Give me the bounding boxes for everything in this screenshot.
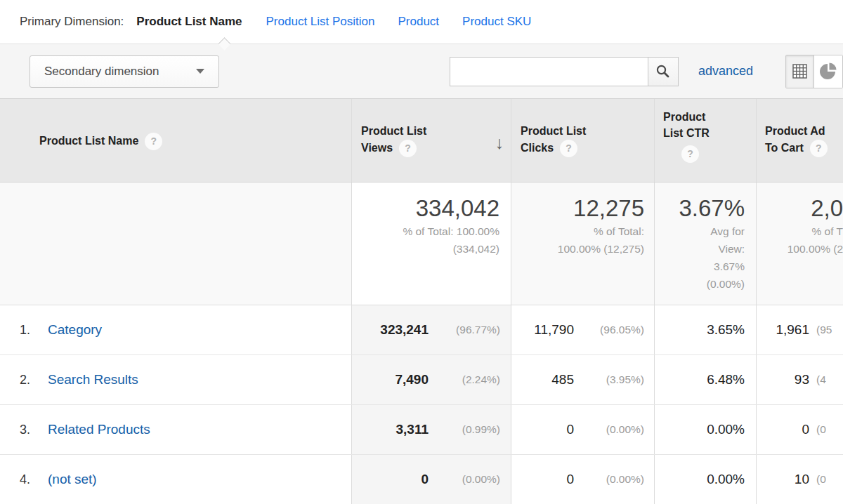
column-header-product-list-views[interactable]: Product List Views? ↓ <box>351 99 511 182</box>
clicks-cell: 0 (0.00%) <box>511 455 654 504</box>
column-header-product-list-name[interactable]: Product List Name? <box>0 99 351 182</box>
row-index: 1. <box>20 323 48 338</box>
row-index: 2. <box>20 373 48 387</box>
clicks-cell: 11,790 (96.05%) <box>511 305 654 354</box>
help-icon[interactable]: ? <box>560 140 577 157</box>
views-cell: 323,241 (96.77%) <box>351 305 511 354</box>
row-link-not-set[interactable]: (not set) <box>48 472 97 487</box>
table-search: advanced <box>450 57 753 86</box>
column-label-line2: Views <box>361 142 393 154</box>
report-table-panel: Primary Dimension: Product List Name Pro… <box>0 0 843 504</box>
summary-name-cell <box>0 183 351 305</box>
column-header-product-list-clicks[interactable]: Product List Clicks? <box>511 99 654 182</box>
summary-adds-subtext: % of T 100.00% (2 <box>757 223 843 258</box>
adds-to-cart-cell: 1,961 (95 <box>756 305 843 354</box>
adds-to-cart-cell: 0 (0 <box>756 405 843 454</box>
column-label-line2: To Cart <box>765 142 804 154</box>
primary-dimension-label: Primary Dimension: <box>20 15 124 29</box>
search-button[interactable] <box>648 57 679 86</box>
search-icon <box>655 64 670 79</box>
search-input[interactable] <box>450 57 648 86</box>
clicks-cell: 0 (0.00%) <box>511 405 654 454</box>
table-summary-row: 334,042 % of Total: 100.00% (334,042) 12… <box>0 183 843 305</box>
adds-to-cart-cell: 93 (4 <box>756 355 843 404</box>
table-header-row: Product List Name? Product List Views? ↓… <box>0 98 843 183</box>
summary-ctr-cell: 3.67% Avg for View: 3.67% (0.00%) <box>654 183 756 305</box>
ctr-cell: 0.00% <box>654 405 756 454</box>
summary-clicks-subtext: % of Total: 100.00% (12,275) <box>511 223 644 258</box>
clicks-cell: 485 (3.95%) <box>511 355 654 404</box>
column-label-line1: Product Ad <box>765 123 843 140</box>
adds-to-cart-cell: 10 (0 <box>756 455 843 504</box>
table-grid-icon <box>792 64 807 79</box>
column-label-line2: List CTR <box>663 125 756 141</box>
summary-clicks-cell: 12,275 % of Total: 100.00% (12,275) <box>511 183 654 305</box>
column-header-product-adds-to-cart[interactable]: Product Ad To Cart? <box>756 99 843 182</box>
row-index: 3. <box>20 423 48 437</box>
summary-clicks-value: 12,275 <box>511 194 644 223</box>
column-label-line1: Product List <box>361 123 511 140</box>
help-icon[interactable]: ? <box>681 145 699 163</box>
secondary-dimension-button[interactable]: Secondary dimension <box>30 55 219 88</box>
views-cell: 0 (0.00%) <box>351 455 511 504</box>
summary-ctr-value: 3.67% <box>655 194 745 223</box>
primary-dimension-link-product-sku[interactable]: Product SKU <box>462 15 531 29</box>
summary-ctr-subtext: Avg for View: 3.67% (0.00%) <box>655 223 745 293</box>
column-label-line1: Product <box>663 109 756 125</box>
table-row: 2. Search Results 7,490 (2.24%) 485 (3.9… <box>0 355 843 405</box>
row-link-related-products[interactable]: Related Products <box>48 422 150 437</box>
table-row: 4. (not set) 0 (0.00%) 0 (0.00%) 0.00% 1… <box>0 455 843 504</box>
row-link-search-results[interactable]: Search Results <box>48 372 138 387</box>
summary-views-value: 334,042 <box>352 194 499 223</box>
summary-views-cell: 334,042 % of Total: 100.00% (334,042) <box>351 183 511 305</box>
table-view-button[interactable] <box>786 55 814 88</box>
help-icon[interactable]: ? <box>810 140 828 157</box>
primary-dimension-selected[interactable]: Product List Name <box>136 15 242 29</box>
summary-views-subtext: % of Total: 100.00% (334,042) <box>352 223 499 258</box>
chevron-down-icon <box>196 69 204 74</box>
advanced-search-link[interactable]: advanced <box>698 64 753 79</box>
percentage-view-button[interactable] <box>814 55 842 88</box>
ctr-cell: 3.65% <box>654 305 756 354</box>
column-label-line2: Clicks <box>521 142 554 154</box>
help-icon[interactable]: ? <box>145 133 162 150</box>
ctr-cell: 6.48% <box>654 355 756 404</box>
help-icon[interactable]: ? <box>399 140 417 157</box>
primary-dimension-bar: Primary Dimension: Product List Name Pro… <box>0 0 843 44</box>
sort-descending-icon: ↓ <box>495 133 504 153</box>
pie-chart-icon <box>819 62 837 81</box>
summary-adds-to-cart-cell: 2,0 % of T 100.00% (2 <box>756 183 843 305</box>
column-label: Product List Name <box>39 135 138 147</box>
column-header-product-list-ctr[interactable]: Product List CTR ? <box>654 99 756 182</box>
views-cell: 3,311 (0.99%) <box>351 405 511 454</box>
table-row: 1. Category 323,241 (96.77%) 11,790 (96.… <box>0 305 843 355</box>
row-link-category[interactable]: Category <box>48 322 102 338</box>
secondary-dimension-label: Secondary dimension <box>44 65 159 79</box>
primary-dimension-link-product-list-position[interactable]: Product List Position <box>266 15 375 29</box>
table-toolbar: Secondary dimension advanced <box>0 44 843 98</box>
summary-adds-value: 2,0 <box>757 194 843 223</box>
ctr-cell: 0.00% <box>654 455 756 504</box>
views-cell: 7,490 (2.24%) <box>351 355 511 404</box>
row-index: 4. <box>20 472 48 487</box>
primary-dimension-link-product[interactable]: Product <box>398 15 439 29</box>
column-label-line1: Product List <box>521 123 654 140</box>
view-toggle-group <box>785 55 843 88</box>
table-row: 3. Related Products 3,311 (0.99%) 0 (0.0… <box>0 405 843 455</box>
